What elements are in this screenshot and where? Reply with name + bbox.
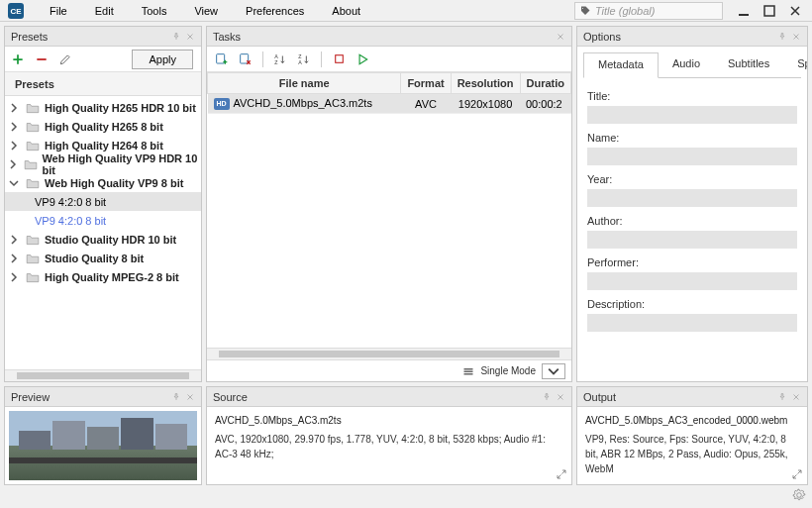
preset-label: High Quality H264 8 bit xyxy=(45,140,163,152)
tab-audio[interactable]: Audio xyxy=(659,52,714,77)
mode-bar: Single Mode xyxy=(207,359,571,381)
mode-dropdown[interactable] xyxy=(542,363,565,379)
menu-tools[interactable]: Tools xyxy=(128,5,181,17)
preset-child-item[interactable]: VP9 4:2:0 8 bit xyxy=(5,211,201,230)
close-panel-icon[interactable] xyxy=(185,392,195,402)
task-row[interactable]: HDAVCHD_5.0Mbps_AC3.m2tsAVC1920x108000:0… xyxy=(208,94,571,114)
title-field[interactable] xyxy=(587,106,797,124)
svg-rect-0 xyxy=(739,14,749,16)
task-col-header[interactable]: Format xyxy=(401,73,451,94)
close-panel-icon[interactable] xyxy=(556,392,565,402)
preset-label: Studio Quality 8 bit xyxy=(45,253,144,264)
settings-button[interactable] xyxy=(792,488,806,504)
play-button[interactable] xyxy=(352,49,373,70)
chevron-right-icon[interactable] xyxy=(7,159,20,169)
preset-child-item[interactable]: VP9 4:2:0 8 bit xyxy=(5,192,201,211)
source-detail: AVC, 1920x1080, 29.970 fps, 1.778, YUV, … xyxy=(215,432,563,461)
preview-image[interactable] xyxy=(9,411,197,480)
menu-preferences[interactable]: Preferences xyxy=(232,5,318,17)
options-tabs: MetadataAudioSubtitlesSplit xyxy=(583,52,801,78)
task-col-header[interactable]: Duratio xyxy=(520,73,571,94)
field-label: Author: xyxy=(587,215,797,227)
presets-column-header: Presets xyxy=(5,72,201,96)
svg-text:A: A xyxy=(274,52,278,58)
preset-child-label: VP9 4:2:0 8 bit xyxy=(35,196,106,208)
minimize-button[interactable] xyxy=(731,1,757,21)
menu-edit[interactable]: Edit xyxy=(81,5,128,17)
tab-subtitles[interactable]: Subtitles xyxy=(714,52,783,77)
chevron-down-icon[interactable] xyxy=(7,178,21,188)
source-panel: Source AVCHD_5.0Mbps_AC3.m2ts AVC, 1920x… xyxy=(206,386,572,485)
gear-icon xyxy=(792,488,806,502)
preset-child-label: VP9 4:2:0 8 bit xyxy=(35,215,106,227)
presets-panel: Presets Apply Presets High Quality H265 … xyxy=(4,26,202,382)
edit-preset-button[interactable] xyxy=(56,51,74,68)
preset-label: High Quality H265 HDR 10 bit xyxy=(45,102,196,114)
pin-icon[interactable] xyxy=(171,392,181,402)
horizontal-scrollbar[interactable] xyxy=(5,369,201,381)
preset-tree[interactable]: High Quality H265 HDR 10 bitHigh Quality… xyxy=(5,96,201,369)
folder-icon xyxy=(25,139,41,152)
tab-split[interactable]: Split xyxy=(783,52,808,77)
chevron-right-icon[interactable] xyxy=(7,272,21,282)
preview-header: Preview xyxy=(5,387,201,407)
chevron-right-icon[interactable] xyxy=(7,235,21,245)
stop-button[interactable] xyxy=(328,49,350,70)
add-task-button[interactable] xyxy=(211,49,233,70)
menu-file[interactable]: File xyxy=(36,5,81,17)
pin-icon[interactable] xyxy=(171,32,181,42)
preset-item[interactable]: High Quality MPEG-2 8 bit xyxy=(5,267,201,286)
chevron-right-icon[interactable] xyxy=(7,141,21,151)
author-field[interactable] xyxy=(587,231,797,249)
name-field[interactable] xyxy=(587,148,797,165)
close-button[interactable] xyxy=(782,1,808,21)
preset-item[interactable]: High Quality H265 HDR 10 bit xyxy=(5,98,201,117)
pin-icon[interactable] xyxy=(542,392,552,402)
folder-icon xyxy=(25,270,41,284)
sort-desc-button[interactable]: ZA xyxy=(293,49,315,70)
remove-task-button[interactable] xyxy=(235,49,256,70)
field-label: Performer: xyxy=(587,256,797,268)
close-panel-icon[interactable] xyxy=(556,32,565,42)
chevron-right-icon[interactable] xyxy=(7,122,21,132)
add-preset-button[interactable] xyxy=(9,51,27,68)
task-col-header[interactable]: Resolution xyxy=(451,73,520,94)
metadata-form: Title:Name:Year:Author:Performer:Descrip… xyxy=(577,78,807,381)
task-col-header[interactable]: File name xyxy=(208,73,401,94)
field-label: Name: xyxy=(587,132,797,144)
expand-icon[interactable] xyxy=(791,468,803,480)
folder-icon xyxy=(25,233,41,247)
year-field[interactable] xyxy=(587,189,797,207)
menu-view[interactable]: View xyxy=(180,5,232,17)
mode-label: Single Mode xyxy=(480,365,536,376)
pin-icon[interactable] xyxy=(777,392,787,402)
remove-preset-button[interactable] xyxy=(33,51,51,68)
maximize-button[interactable] xyxy=(757,1,782,21)
horizontal-scrollbar[interactable] xyxy=(207,348,571,359)
preset-item[interactable]: Studio Quality 8 bit xyxy=(5,249,201,267)
preset-item[interactable]: High Quality H265 8 bit xyxy=(5,117,201,136)
sort-asc-button[interactable]: AZ xyxy=(269,49,291,70)
preset-item[interactable]: Web High Quality VP9 8 bit xyxy=(5,173,201,192)
preset-label: High Quality H265 8 bit xyxy=(45,121,163,133)
title-search-input[interactable]: Title (global) xyxy=(574,2,723,20)
expand-icon[interactable] xyxy=(556,468,567,480)
tab-metadata[interactable]: Metadata xyxy=(583,52,659,78)
description-field[interactable] xyxy=(587,314,797,332)
task-table[interactable]: File nameFormatResolutionDuratio HDAVCHD… xyxy=(207,72,571,348)
chevron-right-icon[interactable] xyxy=(7,254,21,263)
close-panel-icon[interactable] xyxy=(791,392,801,402)
apply-button[interactable]: Apply xyxy=(132,50,193,69)
close-panel-icon[interactable] xyxy=(185,32,195,42)
chevron-right-icon[interactable] xyxy=(7,103,21,113)
source-info: AVCHD_5.0Mbps_AC3.m2ts AVC, 1920x1080, 2… xyxy=(207,407,571,484)
preset-item[interactable]: Studio Quality HDR 10 bit xyxy=(5,230,201,249)
close-panel-icon[interactable] xyxy=(791,32,801,42)
performer-field[interactable] xyxy=(587,272,797,290)
pin-icon[interactable] xyxy=(777,32,787,42)
menubar: FileEditToolsViewPreferencesAbout Title … xyxy=(0,0,812,22)
field-label: Description: xyxy=(587,298,797,310)
options-header: Options xyxy=(577,27,807,47)
preset-item[interactable]: Web High Quality VP9 HDR 10 bit xyxy=(5,154,201,173)
menu-about[interactable]: About xyxy=(318,5,374,17)
